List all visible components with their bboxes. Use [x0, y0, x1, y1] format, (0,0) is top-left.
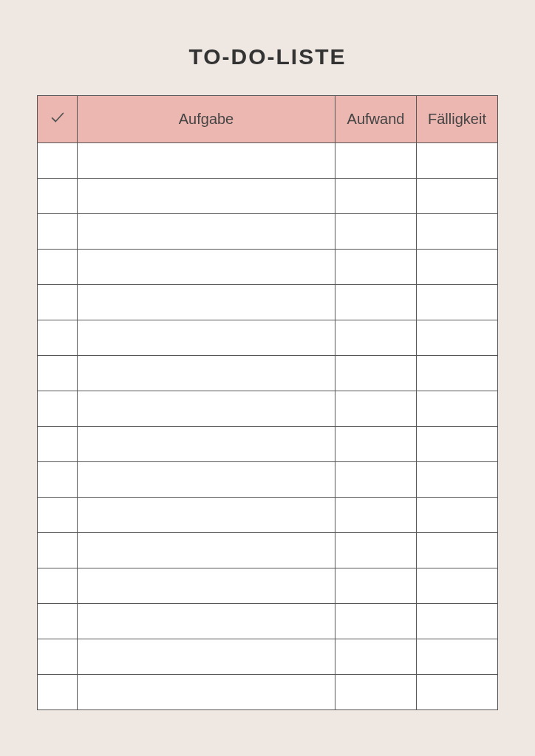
cell-check[interactable] — [38, 498, 78, 533]
cell-due[interactable] — [417, 285, 498, 320]
cell-check[interactable] — [38, 320, 78, 356]
cell-effort[interactable] — [335, 533, 417, 568]
table-row — [38, 356, 498, 391]
cell-effort[interactable] — [335, 462, 417, 498]
table-row — [38, 604, 498, 639]
cell-check[interactable] — [38, 143, 78, 179]
cell-effort[interactable] — [335, 604, 417, 639]
cell-due[interactable] — [417, 639, 498, 675]
table-row — [38, 214, 498, 250]
page-title: TO-DO-LISTE — [37, 44, 498, 69]
cell-effort[interactable] — [335, 427, 417, 462]
table-row — [38, 568, 498, 604]
col-header-task: Aufgabe — [78, 96, 335, 143]
cell-task[interactable] — [78, 285, 335, 320]
cell-effort[interactable] — [335, 391, 417, 427]
todo-table: Aufgabe Aufwand Fälligkeit — [37, 95, 498, 710]
cell-task[interactable] — [78, 498, 335, 533]
table-row — [38, 285, 498, 320]
cell-due[interactable] — [417, 391, 498, 427]
table-row — [38, 250, 498, 285]
cell-task[interactable] — [78, 250, 335, 285]
cell-check[interactable] — [38, 639, 78, 675]
cell-effort[interactable] — [335, 285, 417, 320]
table-row — [38, 533, 498, 568]
table-header-row: Aufgabe Aufwand Fälligkeit — [38, 96, 498, 143]
col-header-effort: Aufwand — [335, 96, 417, 143]
cell-check[interactable] — [38, 533, 78, 568]
cell-task[interactable] — [78, 427, 335, 462]
cell-check[interactable] — [38, 285, 78, 320]
cell-task[interactable] — [78, 462, 335, 498]
cell-task[interactable] — [78, 320, 335, 356]
cell-due[interactable] — [417, 320, 498, 356]
cell-due[interactable] — [417, 143, 498, 179]
cell-due[interactable] — [417, 675, 498, 710]
table-row — [38, 427, 498, 462]
cell-due[interactable] — [417, 356, 498, 391]
cell-due[interactable] — [417, 533, 498, 568]
cell-effort[interactable] — [335, 639, 417, 675]
cell-task[interactable] — [78, 675, 335, 710]
cell-task[interactable] — [78, 179, 335, 214]
table-row — [38, 179, 498, 214]
cell-task[interactable] — [78, 356, 335, 391]
cell-due[interactable] — [417, 568, 498, 604]
cell-effort[interactable] — [335, 568, 417, 604]
cell-check[interactable] — [38, 250, 78, 285]
table-row — [38, 143, 498, 179]
cell-task[interactable] — [78, 214, 335, 250]
cell-due[interactable] — [417, 250, 498, 285]
cell-effort[interactable] — [335, 356, 417, 391]
cell-check[interactable] — [38, 604, 78, 639]
cell-due[interactable] — [417, 604, 498, 639]
cell-check[interactable] — [38, 214, 78, 250]
table-row — [38, 462, 498, 498]
col-header-check — [38, 96, 78, 143]
cell-effort[interactable] — [335, 498, 417, 533]
cell-effort[interactable] — [335, 675, 417, 710]
cell-check[interactable] — [38, 462, 78, 498]
cell-task[interactable] — [78, 143, 335, 179]
cell-task[interactable] — [78, 639, 335, 675]
cell-effort[interactable] — [335, 320, 417, 356]
cell-task[interactable] — [78, 391, 335, 427]
cell-effort[interactable] — [335, 250, 417, 285]
cell-task[interactable] — [78, 533, 335, 568]
cell-due[interactable] — [417, 498, 498, 533]
table-row — [38, 391, 498, 427]
table-row — [38, 320, 498, 356]
cell-check[interactable] — [38, 391, 78, 427]
cell-check[interactable] — [38, 179, 78, 214]
check-icon — [50, 109, 66, 128]
col-header-due: Fälligkeit — [417, 96, 498, 143]
page: TO-DO-LISTE Aufgabe Aufwand Fälligkeit — [0, 0, 535, 756]
table-row — [38, 498, 498, 533]
table-row — [38, 639, 498, 675]
cell-due[interactable] — [417, 427, 498, 462]
cell-task[interactable] — [78, 568, 335, 604]
cell-due[interactable] — [417, 179, 498, 214]
cell-effort[interactable] — [335, 179, 417, 214]
cell-due[interactable] — [417, 214, 498, 250]
cell-check[interactable] — [38, 568, 78, 604]
cell-effort[interactable] — [335, 214, 417, 250]
cell-task[interactable] — [78, 604, 335, 639]
cell-effort[interactable] — [335, 143, 417, 179]
cell-check[interactable] — [38, 427, 78, 462]
cell-due[interactable] — [417, 462, 498, 498]
cell-check[interactable] — [38, 356, 78, 391]
table-row — [38, 675, 498, 710]
cell-check[interactable] — [38, 675, 78, 710]
